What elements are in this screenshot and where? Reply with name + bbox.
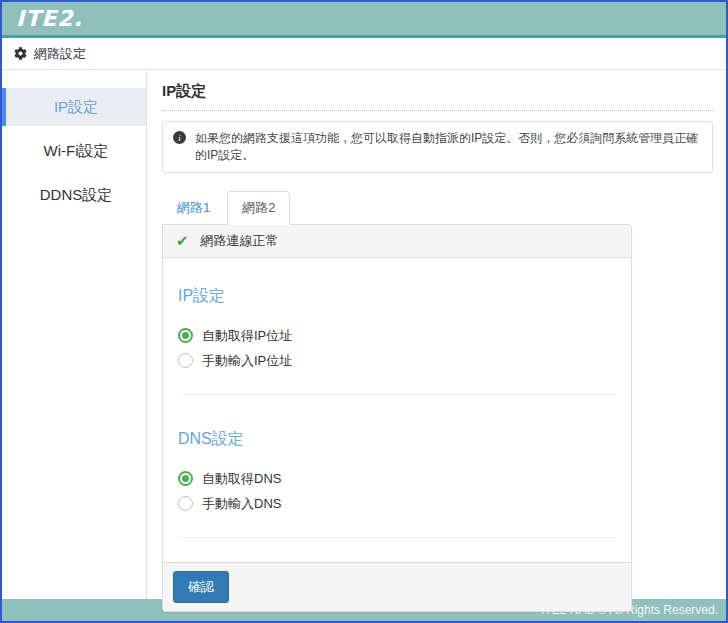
radio-ip-auto-label[interactable]: 自動取得IP位址: [202, 327, 292, 345]
sidebar-item-wifi-settings[interactable]: Wi-Fi設定: [2, 132, 146, 170]
radio-row-dns-auto[interactable]: 自動取得DNS: [178, 470, 616, 488]
info-circle-icon: i: [173, 131, 186, 144]
radio-ip-manual-label[interactable]: 手動輸入IP位址: [202, 352, 292, 370]
breadcrumb-label: 網路設定: [34, 45, 86, 63]
ip-section-heading: IP設定: [178, 286, 616, 307]
network-tabs: 網路1 網路2: [162, 191, 713, 224]
connection-status-bar: ✔ 網路連線正常: [163, 225, 631, 258]
radio-row-dns-manual[interactable]: 手動輸入DNS: [178, 495, 616, 513]
radio-dns-manual-label[interactable]: 手動輸入DNS: [202, 495, 281, 513]
page-title: IP設定: [162, 82, 713, 111]
radio-ip-manual[interactable]: [178, 353, 193, 368]
sidebar-item-ddns-settings[interactable]: DDNS設定: [2, 176, 146, 214]
radio-dns-manual[interactable]: [178, 496, 193, 511]
settings-sidebar: IP設定 Wi-Fi設定 DDNS設定: [2, 70, 147, 599]
section-divider: [178, 394, 616, 395]
check-icon: ✔: [176, 232, 189, 250]
breadcrumb: 網路設定: [2, 38, 726, 70]
sidebar-item-ip-settings[interactable]: IP設定: [2, 88, 146, 126]
app-window: ITE2. 網路設定 IP設定 Wi-Fi設定 DDNS設定 IP設定 i 如果…: [0, 0, 728, 623]
confirm-button[interactable]: 確認: [173, 571, 229, 603]
radio-dns-auto-label[interactable]: 自動取得DNS: [202, 470, 281, 488]
gear-icon: [14, 47, 27, 60]
main-content: IP設定 i 如果您的網路支援這項功能，您可以取得自動指派的IP設定。否則，您必…: [147, 70, 726, 599]
content-area: IP設定 Wi-Fi設定 DDNS設定 IP設定 i 如果您的網路支援這項功能，…: [2, 70, 726, 599]
tab-network-2[interactable]: 網路2: [227, 191, 290, 225]
info-alert: i 如果您的網路支援這項功能，您可以取得自動指派的IP設定。否則，您必須詢問系統…: [162, 121, 713, 173]
dns-section-heading: DNS設定: [178, 429, 616, 450]
section-divider: [178, 537, 616, 538]
radio-row-ip-manual[interactable]: 手動輸入IP位址: [178, 352, 616, 370]
radio-ip-auto[interactable]: [178, 328, 193, 343]
radio-row-ip-auto[interactable]: 自動取得IP位址: [178, 327, 616, 345]
network-settings-panel: ✔ 網路連線正常 IP設定 自動取得IP位址 手動輸入IP位址 DNS設定: [162, 224, 632, 612]
tab-network-1[interactable]: 網路1: [162, 191, 225, 224]
panel-body: IP設定 自動取得IP位址 手動輸入IP位址 DNS設定 自動取得DNS: [163, 258, 631, 562]
app-header: ITE2.: [2, 2, 726, 38]
panel-footer: 確認: [163, 562, 631, 611]
radio-dns-auto[interactable]: [178, 471, 193, 486]
connection-status-text: 網路連線正常: [201, 232, 279, 250]
info-alert-text: 如果您的網路支援這項功能，您可以取得自動指派的IP設定。否則，您必須詢問系統管理…: [195, 130, 702, 164]
ite2-logo: ITE2.: [16, 6, 83, 31]
